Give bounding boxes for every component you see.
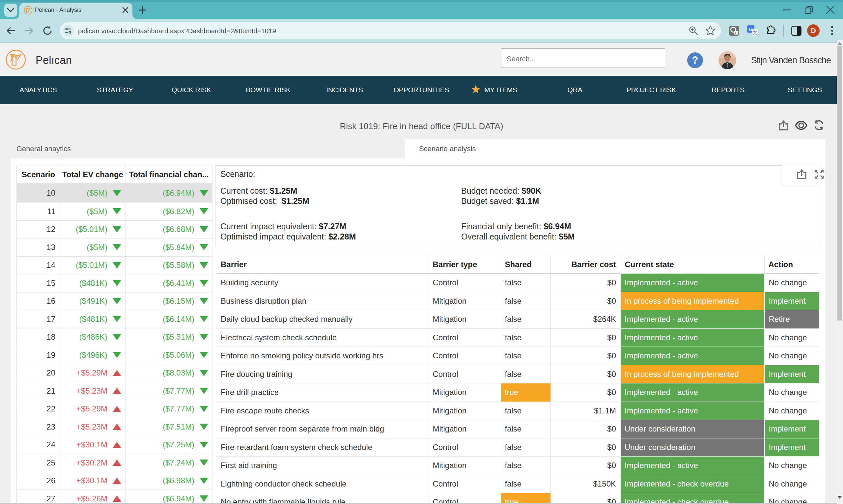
svg-text:文: 文	[753, 30, 757, 35]
